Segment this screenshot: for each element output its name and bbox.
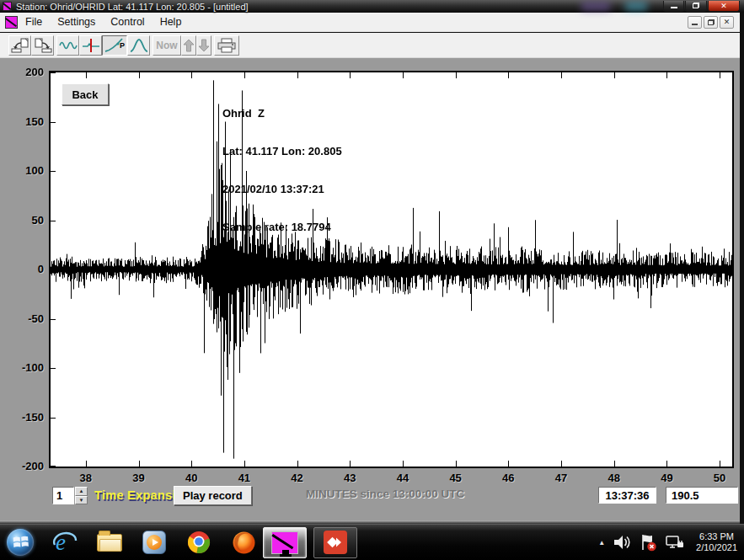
titlebar-glass-reflection: [581, 2, 610, 11]
minimize-icon: [692, 24, 698, 25]
firefox-icon[interactable]: [231, 530, 256, 555]
mdi-restore-button[interactable]: [704, 16, 718, 29]
toolbar: P Now: [0, 33, 740, 58]
remote-app-icon: [324, 531, 347, 554]
now-button[interactable]: Now: [153, 35, 181, 56]
pick-icon: [81, 37, 101, 54]
scroll-down-button[interactable]: [196, 35, 211, 56]
annotation-station: Ohrid Z: [222, 107, 342, 120]
action-center-flag-icon[interactable]: [639, 532, 657, 552]
taskbar-pinned-icons: e: [52, 530, 256, 555]
scroll-up-button[interactable]: [181, 35, 196, 56]
taskbar-seismograph-app-button[interactable]: [263, 527, 307, 558]
travel-time-curve-button[interactable]: P: [102, 35, 127, 56]
annotation-filter: No filtering: [222, 259, 342, 271]
menu-file[interactable]: File: [18, 13, 50, 30]
mdi-app-icon[interactable]: [5, 16, 18, 29]
print-button[interactable]: [214, 35, 239, 56]
volume-icon[interactable]: [613, 532, 631, 552]
play-record-button[interactable]: Play record: [174, 486, 252, 505]
page-arrow-in-icon: [10, 37, 30, 54]
open-record-button[interactable]: [8, 35, 31, 56]
time-expansion-value[interactable]: 1: [52, 487, 74, 504]
x-tick-label: 45: [439, 472, 473, 485]
x-tick-label: 46: [491, 472, 525, 485]
clock-date: 2/10/2021: [696, 542, 737, 554]
close-icon: ✕: [724, 18, 731, 26]
save-record-button[interactable]: [31, 35, 54, 56]
x-tick-label: 43: [333, 472, 367, 485]
y-tick-label: 100: [0, 164, 44, 178]
y-tick-label: -100: [0, 361, 44, 375]
taskbar: e: [0, 524, 744, 560]
clock-time: 6:33 PM: [696, 531, 737, 543]
x-tick-label: 49: [650, 472, 683, 485]
waveform-view-button[interactable]: [56, 35, 79, 56]
close-button[interactable]: ✕: [708, 1, 740, 12]
seismogram-canvas[interactable]: [51, 72, 732, 467]
internet-explorer-icon[interactable]: e: [52, 530, 78, 555]
minimize-button[interactable]: [663, 1, 684, 12]
system-tray: ▲ 6:33 PM 2/10/2021: [598, 531, 737, 554]
restore-button[interactable]: [685, 1, 707, 12]
stepper-down-button[interactable]: ▼: [75, 496, 88, 505]
cursor-time-field[interactable]: 13:37:36: [598, 487, 656, 504]
menu-help[interactable]: Help: [153, 13, 190, 30]
network-icon[interactable]: [665, 532, 685, 552]
page-arrow-out-icon: [33, 37, 53, 54]
cursor-amplitude-field[interactable]: 190.5: [666, 487, 738, 504]
annotation-samplerate: Sample rate: 18.7794: [222, 221, 342, 233]
heli-viewer: Back Ohrid Z Lat: 41.117 Lon: 20.805 202…: [0, 58, 740, 520]
annotation-datetime: 2021/02/10 13:37:21: [222, 183, 342, 195]
printer-icon: [216, 37, 238, 54]
menubar: File Settings Control Help ✕: [0, 13, 740, 32]
bell-curve-icon: [129, 37, 149, 54]
window-title: Station: Ohrid/OHRID Lat: 41.117 Lon: 20…: [16, 2, 249, 12]
menu-control[interactable]: Control: [103, 13, 152, 30]
start-button[interactable]: [7, 529, 34, 556]
x-tick-label: 44: [386, 472, 420, 485]
seismogram-plot[interactable]: Back Ohrid Z Lat: 41.117 Lon: 20.805 202…: [49, 71, 734, 468]
minimize-icon: [671, 7, 677, 8]
titlebar-glass-reflection: [625, 2, 647, 11]
x-tick-label: 42: [281, 472, 314, 485]
waveform-icon: [58, 37, 78, 54]
restore-icon: [693, 3, 699, 8]
restore-icon: [708, 19, 715, 25]
y-tick-label: 0: [0, 263, 44, 276]
taskbar-remote-app-button[interactable]: [313, 527, 357, 558]
mdi-close-button[interactable]: ✕: [720, 16, 734, 29]
x-axis-caption: MINUTES since 13:00:00 UTC: [306, 488, 464, 500]
chrome-icon[interactable]: [186, 530, 211, 555]
tray-expand-icon[interactable]: ▲: [598, 539, 605, 547]
x-tick-label: 50: [703, 472, 736, 485]
y-tick-label: 150: [0, 115, 44, 129]
x-tick-label: 38: [69, 472, 103, 485]
titlebar: Station: Ohrid/OHRID Lat: 41.117 Lon: 20…: [0, 0, 744, 13]
close-icon: ✕: [720, 2, 727, 10]
windows-flag-icon: [7, 529, 34, 556]
time-expansion-stepper: ▲ ▼: [75, 487, 88, 504]
media-player-icon[interactable]: [142, 530, 167, 555]
menu-settings[interactable]: Settings: [50, 13, 103, 30]
y-tick-label: -150: [0, 411, 44, 424]
seismograph-app-icon: [3, 2, 12, 11]
x-tick-label: 47: [544, 472, 578, 485]
filter-button[interactable]: [127, 35, 150, 56]
mdi-window-controls: ✕: [688, 16, 734, 29]
pick-arrival-button[interactable]: [79, 35, 102, 56]
down-arrow-icon: [198, 38, 210, 53]
annotation-latlon: Lat: 41.117 Lon: 20.805: [222, 145, 342, 157]
mdi-minimize-button[interactable]: [688, 16, 702, 29]
y-tick-label: -50: [0, 312, 44, 326]
file-explorer-icon[interactable]: [97, 530, 122, 555]
x-tick-label: 39: [122, 472, 156, 485]
svg-text:P: P: [120, 41, 125, 50]
x-tick-label: 48: [597, 472, 631, 485]
curve-p-icon: P: [104, 37, 126, 54]
taskbar-clock[interactable]: 6:33 PM 2/10/2021: [696, 531, 737, 554]
seismograph-app-icon: [271, 531, 298, 554]
back-button[interactable]: Back: [62, 83, 109, 105]
y-tick-label: -200: [0, 460, 44, 473]
stepper-up-button[interactable]: ▲: [75, 487, 88, 496]
